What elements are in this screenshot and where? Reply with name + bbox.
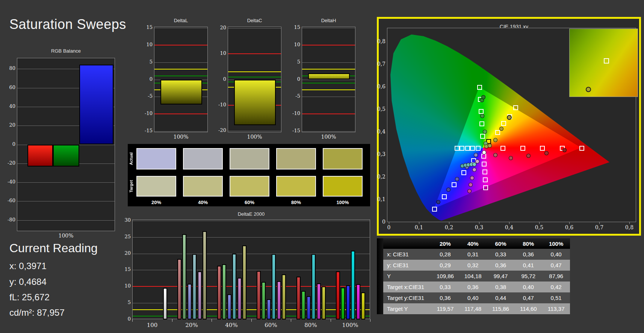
y-tick-label: -5 (284, 93, 300, 99)
cie-y-tick-label: 0,8 (370, 38, 385, 44)
y-tick-label: 0 (115, 316, 131, 322)
current-reading-fl: fL: 25,672 (9, 292, 50, 303)
cie-x-tick-label: 0,2 (440, 224, 458, 230)
deltae-bar (267, 299, 271, 319)
cie-x-tick-label: 0,5 (530, 224, 548, 230)
deltae-x-label: 100% (335, 322, 365, 328)
table-cell: 0,41 (514, 260, 542, 271)
cie-target-square (480, 134, 485, 139)
cie-target-square (481, 154, 486, 159)
table-cell: 119,57 (431, 303, 459, 314)
y-tick-label: 20 (115, 250, 131, 256)
table-row-edge (377, 238, 383, 249)
table-cell: 0,40 (459, 292, 487, 303)
swatch-caption: 40% (183, 200, 223, 205)
deltae-bar (341, 288, 345, 319)
deltae-x-label: 100 (137, 322, 167, 328)
table-cell: 115,86 (487, 303, 515, 314)
x-tick-mark (629, 222, 630, 224)
table-cell: 0,47 (514, 292, 542, 303)
calibration-app-window: Saturation Sweeps RGB Balance 100% Delta… (0, 0, 644, 333)
table-cell: 0,29 (431, 260, 459, 271)
gridline (154, 62, 207, 63)
y-tick-label: 15 (137, 24, 153, 30)
x-tick-mark (251, 319, 252, 322)
deltae-bar (356, 284, 360, 319)
table-row-label: x: CIE31 (383, 249, 431, 260)
current-reading-x: x: 0,3971 (9, 261, 47, 271)
y-tick-label: -15 (137, 128, 153, 133)
cie-x-tick-label: 0,8 (620, 224, 638, 230)
table-row-edge (377, 292, 383, 303)
y-tick-label: -80 (0, 217, 15, 223)
current-reading-cdm2: cd/m²: 87,957 (9, 307, 65, 318)
y-tick-label: 5 (284, 59, 300, 65)
table-row-edge (377, 249, 383, 260)
table-row-edge (377, 271, 383, 282)
cie-y-tick-label: 0,7 (370, 61, 385, 67)
table-cell: 0,32 (459, 260, 487, 271)
deltae-bar (277, 281, 281, 319)
x-tick-mark (479, 222, 479, 224)
cie-target-square (482, 170, 487, 174)
y-tick-label: 60 (0, 85, 15, 90)
y-tick-label: 10 (284, 42, 300, 47)
swatch-target-80% (276, 176, 316, 197)
table-cell: 20% (431, 238, 459, 249)
x-tick-mark (599, 222, 600, 224)
gridline (17, 201, 115, 201)
deltaL-chart[interactable] (154, 27, 208, 132)
deltaC-chart[interactable] (228, 27, 281, 132)
deltae-bar (282, 274, 286, 319)
deltaL-title: DeltaL (154, 18, 208, 23)
cie-zoom-inset (569, 29, 638, 97)
bar-deltaH-bar (308, 73, 350, 80)
gridline (133, 270, 370, 270)
table-cell: 80% (514, 238, 542, 249)
deltae-bar (222, 264, 226, 319)
cie-target-square (501, 121, 506, 126)
table-cell: 0,38 (487, 282, 515, 292)
table-row: Target x:CIE310,330,360,380,400,42 (377, 282, 570, 292)
deltae-x-label: 80% (296, 322, 326, 328)
y-tick-label: -10 (137, 110, 153, 116)
cie-y-tick-label: 0,3 (370, 151, 385, 157)
table-cell: 0,36 (514, 249, 542, 260)
cie-x-tick-label: 0 (380, 224, 398, 230)
deltaH-chart[interactable] (302, 27, 355, 132)
reference-line (228, 53, 281, 54)
table-cell: 0,51 (542, 292, 570, 303)
cie-target-square (520, 146, 525, 151)
cie-target-square (483, 177, 488, 182)
deltae-bar (351, 251, 355, 319)
swatch-actual-60% (230, 148, 269, 170)
deltae2000-chart[interactable] (132, 219, 370, 319)
y-tick-label: 20 (0, 122, 15, 128)
table-cell: 109,86 (431, 271, 459, 282)
rgb-balance-chart[interactable] (17, 58, 115, 231)
cie-measured-point (474, 153, 478, 157)
deltae-bar (203, 231, 207, 319)
cie-measured-point (493, 138, 497, 142)
cie-measured-point (544, 151, 549, 155)
current-reading-title: Current Reading (9, 241, 98, 255)
table-cell: 0,40 (542, 249, 570, 260)
swatch-actual-40% (183, 148, 223, 170)
cie-measured-point (493, 153, 497, 157)
y-tick-label: 15 (115, 266, 131, 272)
deltae-bar (192, 254, 197, 319)
rgb-balance-title: RGB Balance (17, 48, 115, 54)
cie-1931-xy-chart[interactable]: CIE 1931 xy (377, 17, 641, 236)
y-tick-label: 0 (284, 76, 300, 82)
deltae-bar (217, 266, 221, 319)
cie-measured-point (475, 159, 479, 163)
table-cell: 0,36 (459, 282, 487, 292)
y-tick-label: -15 (284, 128, 300, 133)
table-row-label (383, 238, 431, 249)
y-tick-label: -60 (0, 198, 15, 203)
cie-y-tick-label: 0,4 (370, 129, 385, 135)
inset-target-square (604, 58, 609, 64)
cie-target-square (432, 207, 437, 212)
measurement-table: 20%40%60%80%100%x: CIE310,280,310,330,36… (377, 238, 570, 314)
cie-target-square (465, 146, 470, 151)
